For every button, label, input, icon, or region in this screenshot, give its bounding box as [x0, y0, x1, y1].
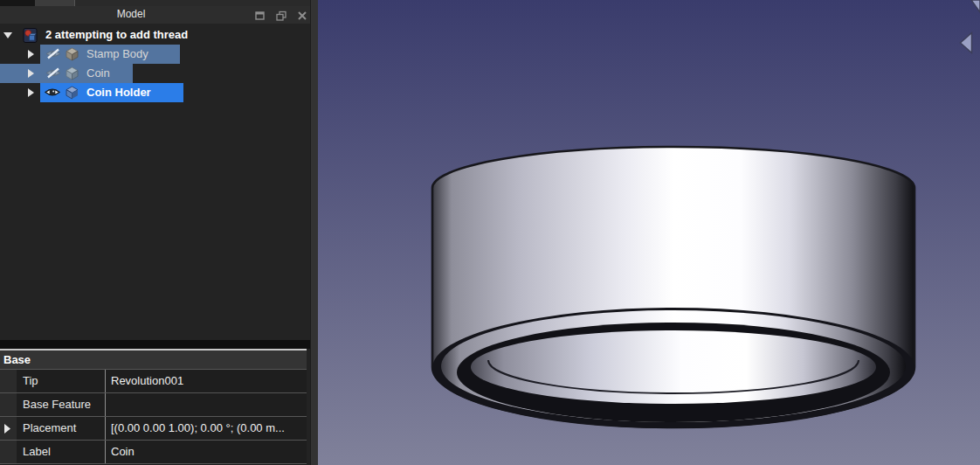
freecad-window: Model 2 attempting to	[0, 0, 980, 465]
tree-item-label: Coin	[86, 66, 110, 80]
eye-icon	[45, 86, 60, 99]
tree-row-coin[interactable]: Coin	[0, 64, 310, 83]
property-row-tip[interactable]: Tip Revolution001	[0, 370, 307, 393]
tab-strip-segment	[0, 0, 35, 6]
eye-hidden-icon	[45, 66, 61, 80]
expand-arrow-icon[interactable]	[26, 69, 35, 78]
property-editor: Base Tip Revolution001 Base Feature Plac…	[0, 349, 307, 465]
tree-row-stamp-body[interactable]: Stamp Body	[0, 45, 310, 64]
property-gutter	[0, 393, 17, 416]
dock-close-button[interactable]	[296, 10, 308, 22]
tab-strip-active-segment[interactable]	[35, 0, 75, 6]
property-row-label[interactable]: Label Coin	[0, 441, 307, 464]
3d-viewport[interactable]	[318, 0, 980, 465]
property-label: Placement	[17, 417, 105, 440]
panel-splitter[interactable]	[310, 0, 318, 465]
property-gutter	[0, 441, 17, 463]
dock-float-button[interactable]	[275, 10, 287, 22]
property-value[interactable]: Revolution001	[105, 370, 307, 392]
property-row-placement[interactable]: Placement [(0.00 0.00 1.00); 0.00 °; (0.…	[0, 417, 307, 441]
model-tree: 2 attempting to add thread Stamp Body	[0, 24, 310, 340]
dock-tab-strip	[0, 0, 310, 6]
body-icon	[65, 47, 79, 61]
tree-row-coin-holder[interactable]: Coin Holder	[0, 83, 310, 102]
property-label: Tip	[17, 370, 105, 392]
property-value[interactable]: [(0.00 0.00 1.00); 0.00 °; (0.00 m...	[105, 417, 307, 440]
eye-hidden-icon	[45, 47, 61, 60]
body-icon	[65, 66, 79, 80]
property-gutter	[0, 370, 17, 392]
expand-arrow-icon[interactable]	[26, 50, 35, 59]
maximize-icon	[256, 12, 264, 15]
float-icon	[275, 10, 287, 22]
tree-item-label: Stamp Body	[86, 47, 148, 60]
nav-cube-corner-icon[interactable]	[961, 0, 980, 14]
expand-arrow-icon[interactable]	[26, 88, 35, 97]
tree-row-document[interactable]: 2 attempting to add thread	[0, 25, 310, 45]
close-icon	[296, 10, 308, 22]
collapse-arrow-icon[interactable]	[3, 31, 12, 39]
dock-title-bar: Model	[0, 6, 310, 24]
dock-maximize-button[interactable]	[254, 10, 266, 22]
coin-holder-model	[318, 0, 980, 465]
model-dock-panel: Model 2 attempting to	[0, 0, 310, 465]
nav-rotate-left-icon[interactable]	[959, 31, 973, 54]
dock-title: Model	[0, 8, 262, 20]
tree-item-label: Coin Holder	[86, 86, 151, 99]
body-icon	[65, 86, 79, 100]
panel-separator	[0, 340, 310, 349]
document-label: 2 attempting to add thread	[45, 28, 188, 41]
expand-arrow-icon[interactable]	[3, 424, 11, 434]
property-value[interactable]: Coin	[105, 441, 307, 463]
property-value[interactable]	[105, 393, 307, 416]
property-row-base-feature[interactable]: Base Feature	[0, 393, 307, 417]
document-icon	[23, 28, 38, 43]
property-gutter	[0, 417, 17, 440]
property-label: Label	[17, 441, 105, 463]
property-label: Base Feature	[17, 393, 105, 416]
property-group-header[interactable]: Base	[0, 350, 307, 370]
